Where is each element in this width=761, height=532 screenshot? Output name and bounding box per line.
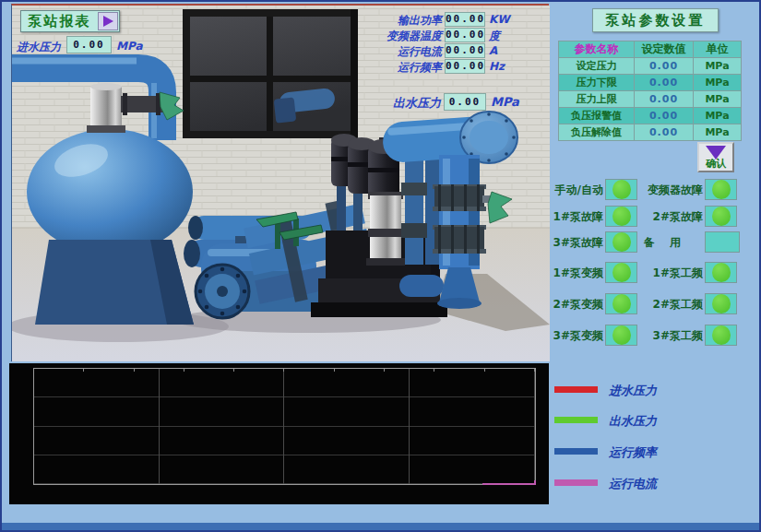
confirm-button[interactable]: 确认 [697,142,734,172]
legend-item: 进水压力 [554,386,761,401]
live-row: 变频器温度 00.00 度 [12,28,549,43]
param-unit: MPa [694,108,742,124]
table-row: 设定压力 0.00 MPa [559,58,742,75]
inverter-temp-value: 00.00 [445,28,485,42]
param-name: 压力下限 [559,75,635,91]
tank-pedestal [35,240,194,325]
status-row: 3#泵故障 备 用 [551,231,761,254]
inverter-fault-indicator [705,179,737,200]
indicator-dot-icon [612,325,631,345]
header-flange [196,265,249,318]
legend-color-inlet [554,386,598,393]
outlet-pressure-row: 出水压力 0.00 MPa [12,92,549,111]
col-header-set-value: 设定数值 [635,41,694,58]
outlet-pressure-unit: MPa [491,95,519,109]
pump1-mains-label: 1#泵工频 [653,266,703,281]
legend-label-frequency: 运行频率 [609,444,657,461]
run-current-value: 00.00 [445,43,485,58]
indicator-dot-icon [712,263,731,282]
param-unit: MPa [694,124,742,141]
legend-color-frequency [554,448,598,455]
trend-chart [9,363,549,504]
param-unit: MPa [694,75,742,91]
pump3-fault-label: 3#泵故障 [553,235,603,251]
pump1-fault-indicator [605,206,637,227]
live-row: 运行电流 00.00 A [12,43,549,59]
indicator-dot-icon [612,294,631,313]
status-row: 1#泵变频 1#泵工频 [551,262,761,284]
table-row: 负压解除值 0.00 MPa [559,124,742,141]
run-frequency-unit: Hz [489,60,505,73]
output-power-value: 00.00 [445,12,485,27]
output-power-unit: KW [489,13,510,26]
inverter-temp-unit: 度 [489,29,500,44]
table-row: 压力下限 0.00 MPa [559,75,742,91]
param-name: 设定压力 [559,58,635,75]
settings-panel-title: 泵站参数设置 [592,8,719,32]
col-header-param-name: 参数名称 [559,41,635,58]
param-unit: MPa [694,58,742,75]
indicator-dot-icon [712,325,731,345]
indicator-dot-icon [612,232,631,252]
status-row: 2#泵变频 2#泵工频 [551,293,761,315]
pump1-vfd-indicator [605,262,637,283]
current-trace-line [482,483,536,485]
pump3-vfd-indicator [605,325,637,346]
pump1-vfd-label: 1#泵变频 [553,266,603,281]
legend-label-inlet: 进水压力 [609,383,657,399]
table-row: 负压报警值 0.00 MPa [559,108,742,124]
param-name: 负压报警值 [559,108,635,124]
hmi-screen: 泵站报表 进水压力 0.00 MPa 输出功率 00.00 KW 变频器温度 0… [0,0,761,532]
pump1-mains-indicator [705,262,737,283]
param-name: 压力上限 [559,91,635,108]
pump2-fault-label: 2#泵故障 [653,209,703,225]
pump2-mains-indicator [705,293,737,314]
manual-auto-indicator [605,179,637,200]
run-frequency-label: 运行频率 [398,60,442,76]
pump-chrome-column [366,192,405,266]
status-row: 1#泵故障 2#泵故障 [551,206,761,228]
pump2-fault-indicator [705,206,737,227]
param-value-field[interactable]: 0.00 [635,108,694,124]
pump2-vfd-label: 2#泵变频 [553,297,603,313]
legend-color-outlet [554,417,598,423]
spare-label: 备 用 [644,235,686,251]
pump3-mains-indicator [705,325,737,346]
indicator-dot-icon [612,207,631,226]
indicator-dot-icon [712,294,731,313]
outlet-pressure-label: 出水压力 [393,95,441,112]
run-current-label: 运行电流 [398,44,442,60]
inverter-fault-label: 变频器故障 [648,183,703,198]
pump2-vfd-indicator [605,293,637,314]
legend-item: 运行电流 [554,479,761,494]
scene-panel: 泵站报表 进水压力 0.00 MPa 输出功率 00.00 KW 变频器温度 0… [11,4,549,361]
legend-item: 出水压力 [554,417,761,432]
status-row: 手动/自动 变频器故障 [551,179,761,201]
live-row: 输出功率 00.00 KW [12,12,549,28]
indicator-dot-icon [612,263,631,282]
param-value-field[interactable]: 0.00 [635,58,694,75]
run-current-unit: A [489,44,497,57]
param-unit: MPa [694,91,742,108]
bottom-bar [2,523,759,530]
legend-label-current: 运行电流 [609,476,657,492]
pump3-mains-label: 3#泵工频 [653,328,703,344]
indicator-dot-icon [612,180,631,199]
settings-table: 参数名称 设定数值 单位 设定压力 0.00 MPa 压力下限 0.00 MPa… [558,41,742,141]
manual-auto-label: 手动/自动 [555,183,603,198]
col-header-unit: 单位 [694,41,742,58]
output-power-label: 输出功率 [398,13,442,29]
status-row: 3#泵变频 3#泵工频 [551,325,761,347]
table-row: 压力上限 0.00 MPa [559,91,742,108]
pump1-fault-label: 1#泵故障 [553,209,603,225]
param-value-field[interactable]: 0.00 [635,75,694,91]
trend-plot-area [33,368,536,485]
param-value-field[interactable]: 0.00 [635,91,694,108]
param-name: 负压解除值 [559,124,635,141]
legend-color-current [554,479,598,486]
spare-indicator [705,231,740,253]
param-value-field[interactable]: 0.00 [635,124,694,141]
run-frequency-value: 00.00 [445,59,485,74]
indicator-dot-icon [712,207,731,226]
confirm-button-label: 确认 [699,157,732,171]
